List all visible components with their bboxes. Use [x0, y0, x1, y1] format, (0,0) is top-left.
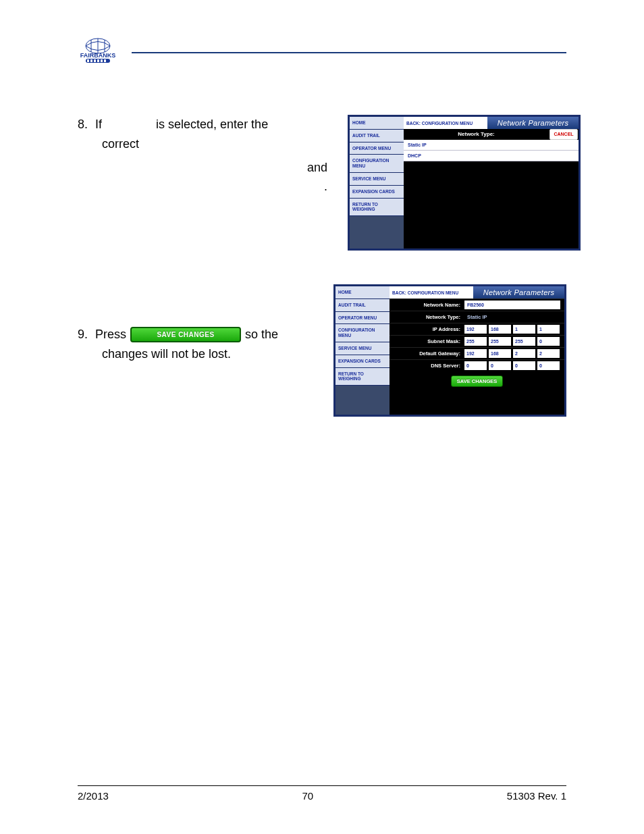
save-changes-button[interactable]: SAVE CHANGES	[451, 375, 503, 387]
step9-number: 9.	[78, 326, 91, 343]
mask-octet-1[interactable]: 255	[464, 337, 487, 346]
gw-octet-3[interactable]: 2	[513, 349, 535, 358]
sidebar-item-operator[interactable]: OPERATOR MENU	[350, 142, 404, 155]
step9-text-not-lost: changes will not be lost.	[102, 347, 231, 361]
sidebar: HOME AUDIT TRAIL OPERATOR MENU CONFIGURA…	[336, 286, 390, 415]
svg-rect-6	[90, 59, 92, 62]
dns-octet-2[interactable]: 0	[489, 361, 511, 370]
label-ip-address: IP Address:	[390, 326, 464, 332]
label-network-name: Network Name:	[390, 302, 464, 308]
subtitle-network-type: Network Type:	[404, 129, 549, 140]
screenshot-network-type: HOME AUDIT TRAIL OPERATOR MENU CONFIGURA…	[348, 115, 581, 251]
step8-text-correct: correct	[102, 137, 139, 151]
page-footer: 2/2013 70 51303 Rev. 1	[78, 785, 566, 802]
field-network-type[interactable]: Static IP	[464, 314, 564, 320]
footer-doc-rev: 51303 Rev. 1	[507, 790, 566, 802]
svg-rect-9	[101, 59, 103, 62]
sidebar-item-return[interactable]: RETURN TO WEIGHING	[336, 368, 390, 386]
screen-title: Network Parameters	[487, 117, 579, 129]
ip-octet-2[interactable]: 168	[489, 325, 511, 334]
sidebar-item-config[interactable]: CONFIGURATION MENU	[350, 155, 404, 173]
step8-text-period: .	[324, 180, 327, 193]
sidebar-item-home[interactable]: HOME	[350, 117, 404, 130]
inline-save-changes-button: SAVE CHANGES	[130, 327, 241, 342]
dns-octet-4[interactable]: 0	[537, 361, 560, 370]
gw-octet-1[interactable]: 192	[464, 349, 487, 358]
field-network-name[interactable]: FB2560	[464, 301, 560, 309]
label-default-gateway: Default Gateway:	[390, 350, 464, 357]
step8-text-if: If	[95, 118, 102, 131]
label-subnet-mask: Subnet Mask:	[390, 338, 464, 344]
mask-octet-4[interactable]: 0	[537, 337, 560, 346]
step8-number: 8.	[78, 116, 91, 133]
screenshot-network-params: HOME AUDIT TRAIL OPERATOR MENU CONFIGURA…	[333, 284, 566, 417]
fairbanks-logo: FAIRBANKS	[78, 37, 118, 68]
header-rule	[132, 52, 566, 53]
step8-text-and: and	[307, 161, 327, 174]
sidebar-item-home[interactable]: HOME	[336, 286, 390, 299]
page-header: FAIRBANKS	[78, 37, 566, 68]
option-static-ip[interactable]: Static IP	[404, 140, 579, 151]
sidebar-item-return[interactable]: RETURN TO WEIGHING	[350, 199, 404, 217]
svg-rect-5	[87, 59, 89, 62]
svg-rect-7	[94, 59, 96, 62]
option-dhcp[interactable]: DHCP	[404, 151, 579, 161]
back-link[interactable]: BACK: CONFIGURATION MENU	[390, 286, 473, 298]
gw-octet-2[interactable]: 168	[489, 349, 511, 358]
sidebar-item-audit[interactable]: AUDIT TRAIL	[350, 130, 404, 142]
mask-octet-2[interactable]: 255	[489, 337, 511, 346]
sidebar-item-service[interactable]: SERVICE MENU	[350, 173, 404, 186]
footer-page-number: 70	[302, 790, 314, 802]
step9-text-so-the: so the	[245, 325, 278, 344]
ip-octet-1[interactable]: 192	[464, 325, 487, 334]
dns-octet-1[interactable]: 0	[464, 361, 487, 370]
back-link[interactable]: BACK: CONFIGURATION MENU	[404, 117, 487, 129]
dns-octet-3[interactable]: 0	[513, 361, 535, 370]
label-network-type: Network Type:	[390, 314, 464, 320]
label-dns-server: DNS Server:	[390, 363, 464, 369]
sidebar-item-expansion[interactable]: EXPANSION CARDS	[336, 355, 390, 368]
sidebar-item-operator[interactable]: OPERATOR MENU	[336, 312, 390, 325]
sidebar-item-expansion[interactable]: EXPANSION CARDS	[350, 186, 404, 199]
svg-rect-10	[104, 59, 106, 62]
sidebar-item-config[interactable]: CONFIGURATION MENU	[336, 324, 390, 342]
ip-octet-4[interactable]: 1	[537, 325, 560, 334]
cancel-button[interactable]: CANCEL	[549, 129, 578, 140]
sidebar-item-service[interactable]: SERVICE MENU	[336, 342, 390, 355]
sidebar: HOME AUDIT TRAIL OPERATOR MENU CONFIGURA…	[350, 117, 404, 249]
svg-rect-8	[97, 59, 99, 62]
screen-title: Network Parameters	[473, 286, 564, 298]
mask-octet-3[interactable]: 255	[513, 337, 535, 346]
gw-octet-4[interactable]: 2	[537, 349, 560, 358]
step8-text-selected: is selected, enter the	[156, 118, 268, 131]
sidebar-item-audit[interactable]: AUDIT TRAIL	[336, 299, 390, 312]
brand-text: FAIRBANKS	[80, 52, 116, 59]
ip-octet-3[interactable]: 1	[513, 325, 535, 334]
footer-date: 2/2013	[78, 790, 109, 802]
step9-text-press: Press	[95, 325, 126, 344]
